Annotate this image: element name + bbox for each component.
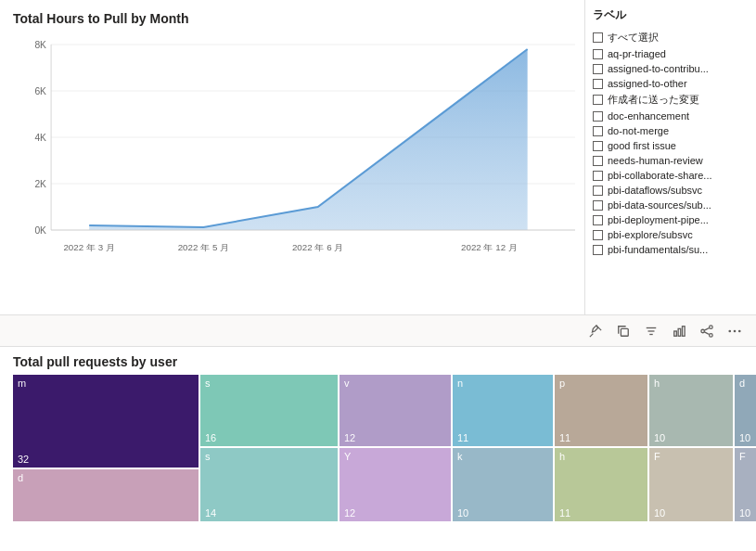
legend-item-7[interactable]: good first issue bbox=[591, 138, 750, 153]
legend-checkbox-5[interactable] bbox=[593, 111, 603, 122]
legend-label-12: pbi-deployment-pipe... bbox=[608, 214, 709, 225]
treemap-cell-n1[interactable]: n 11 bbox=[453, 375, 553, 446]
legend-items-container: すべて選択aq-pr-triagedassigned-to-contribu..… bbox=[591, 29, 750, 257]
legend-item-12[interactable]: pbi-deployment-pipe... bbox=[591, 212, 750, 227]
treemap-cell-last[interactable]: F 10 bbox=[735, 448, 756, 521]
top-section: Total Hours to Pull by Month 8K 6K 4K 2K… bbox=[0, 0, 756, 315]
svg-rect-19 bbox=[621, 328, 628, 336]
svg-point-27 bbox=[701, 329, 705, 333]
treemap-cell-p[interactable]: p 11 bbox=[555, 375, 647, 446]
svg-line-30 bbox=[704, 331, 709, 334]
legend-item-13[interactable]: pbi-explore/subsvc bbox=[591, 227, 750, 242]
legend-item-6[interactable]: do-not-merge bbox=[591, 123, 750, 138]
svg-point-26 bbox=[710, 325, 713, 328]
legend-panel: ラベル すべて選択aq-pr-triagedassigned-to-contri… bbox=[584, 0, 756, 314]
legend-label-1: aq-pr-triaged bbox=[608, 48, 666, 59]
more-icon[interactable] bbox=[724, 321, 745, 341]
toolbar bbox=[0, 315, 756, 347]
legend-item-1[interactable]: aq-pr-triaged bbox=[591, 46, 750, 61]
filter-icon[interactable] bbox=[641, 321, 661, 341]
chart-svg-container: 8K 6K 4K 2K 0K bbox=[13, 35, 575, 286]
tm-col-2: s 16 s 14 bbox=[200, 375, 338, 523]
treemap-cell-m[interactable]: m 32 bbox=[13, 375, 199, 468]
svg-line-18 bbox=[590, 333, 594, 337]
legend-checkbox-6[interactable] bbox=[593, 126, 603, 136]
svg-text:2022 年 5 月: 2022 年 5 月 bbox=[178, 242, 229, 252]
legend-item-9[interactable]: pbi-collaborate-share... bbox=[591, 168, 750, 183]
legend-checkbox-12[interactable] bbox=[593, 215, 603, 225]
svg-text:0K: 0K bbox=[34, 225, 46, 236]
legend-label-3: assigned-to-other bbox=[608, 78, 687, 89]
legend-item-4[interactable]: 作成者に送った変更 bbox=[591, 91, 750, 109]
treemap-title: Total pull requests by user bbox=[13, 354, 747, 369]
svg-text:2022 年 6 月: 2022 年 6 月 bbox=[292, 242, 343, 252]
svg-point-32 bbox=[734, 329, 737, 332]
legend-label-11: pbi-data-sources/sub... bbox=[608, 199, 711, 211]
bottom-section: Total pull requests by user m 32 d s 16 bbox=[0, 347, 756, 551]
legend-checkbox-1[interactable] bbox=[593, 49, 603, 59]
tm-col-3: v 12 Y 12 bbox=[340, 375, 451, 523]
legend-checkbox-11[interactable] bbox=[593, 200, 603, 211]
legend-label-10: pbi-dataflows/subsvc bbox=[608, 185, 702, 196]
treemap-cell-h1[interactable]: h 11 bbox=[555, 448, 647, 521]
chart-area: Total Hours to Pull by Month 8K 6K 4K 2K… bbox=[0, 0, 584, 314]
svg-rect-25 bbox=[683, 326, 686, 336]
legend-checkbox-14[interactable] bbox=[593, 245, 603, 255]
pin-icon[interactable] bbox=[585, 321, 606, 341]
svg-point-33 bbox=[738, 329, 741, 332]
legend-checkbox-13[interactable] bbox=[593, 230, 603, 240]
svg-text:2K: 2K bbox=[34, 179, 46, 189]
legend-item-11[interactable]: pbi-data-sources/sub... bbox=[591, 198, 750, 212]
legend-item-2[interactable]: assigned-to-contribu... bbox=[591, 61, 750, 76]
legend-label-13: pbi-explore/subsvc bbox=[608, 229, 693, 240]
tm-col-4: n 11 k 10 bbox=[453, 375, 553, 523]
legend-item-3[interactable]: assigned-to-other bbox=[591, 76, 750, 91]
legend-item-10[interactable]: pbi-dataflows/subsvc bbox=[591, 183, 750, 198]
svg-text:4K: 4K bbox=[34, 133, 46, 143]
tm-col-1: m 32 d bbox=[13, 375, 199, 523]
legend-item-8[interactable]: needs-human-review bbox=[591, 153, 750, 168]
tm-col-6: h 10 F 10 bbox=[649, 375, 733, 523]
legend-checkbox-9[interactable] bbox=[593, 171, 603, 181]
treemap-cell-d-bottom[interactable]: d bbox=[13, 469, 199, 521]
chart-icon[interactable] bbox=[669, 321, 689, 341]
treemap-cell-f[interactable]: F 10 bbox=[649, 448, 733, 521]
treemap-cell-h2[interactable]: h 10 bbox=[649, 375, 733, 446]
legend-checkbox-3[interactable] bbox=[593, 79, 603, 89]
tm-col-7: d 10 F 10 bbox=[735, 375, 756, 523]
main-container: Total Hours to Pull by Month 8K 6K 4K 2K… bbox=[0, 0, 756, 551]
legend-checkbox-7[interactable] bbox=[593, 141, 603, 151]
treemap-cell-k[interactable]: k 10 bbox=[453, 448, 553, 521]
legend-checkbox-8[interactable] bbox=[593, 156, 603, 166]
treemap-cell-v[interactable]: v 12 bbox=[340, 375, 451, 446]
svg-marker-10 bbox=[89, 49, 527, 230]
legend-checkbox-4[interactable] bbox=[593, 95, 603, 105]
legend-label-9: pbi-collaborate-share... bbox=[608, 170, 712, 181]
svg-rect-24 bbox=[678, 328, 681, 336]
svg-text:2022 年 12 月: 2022 年 12 月 bbox=[461, 242, 518, 252]
legend-item-0[interactable]: すべて選択 bbox=[591, 29, 750, 46]
treemap-cell-s2[interactable]: s 14 bbox=[200, 448, 338, 521]
chart-title: Total Hours to Pull by Month bbox=[13, 11, 575, 26]
svg-line-29 bbox=[704, 327, 709, 330]
legend-checkbox-10[interactable] bbox=[593, 186, 603, 196]
legend-checkbox-2[interactable] bbox=[593, 64, 603, 74]
legend-label-2: assigned-to-contribu... bbox=[608, 63, 709, 74]
svg-point-28 bbox=[710, 333, 713, 337]
treemap-cell-d2[interactable]: d 10 bbox=[735, 375, 756, 446]
legend-checkbox-0[interactable] bbox=[593, 32, 603, 43]
svg-text:8K: 8K bbox=[34, 40, 46, 50]
svg-point-31 bbox=[728, 329, 731, 332]
legend-item-14[interactable]: pbi-fundamentals/su... bbox=[591, 242, 750, 257]
legend-item-5[interactable]: doc-enhancement bbox=[591, 109, 750, 123]
svg-text:6K: 6K bbox=[34, 86, 46, 96]
svg-rect-23 bbox=[674, 331, 677, 336]
legend-label-4: 作成者に送った変更 bbox=[608, 93, 699, 107]
treemap-cell-y[interactable]: Y 12 bbox=[340, 448, 451, 521]
legend-label-8: needs-human-review bbox=[608, 155, 703, 166]
share-icon[interactable] bbox=[697, 321, 717, 341]
treemap-cell-s1[interactable]: s 16 bbox=[200, 375, 338, 446]
copy-icon[interactable] bbox=[613, 321, 634, 341]
legend-label-0: すべて選択 bbox=[608, 31, 659, 45]
legend-label-7: good first issue bbox=[608, 140, 676, 151]
